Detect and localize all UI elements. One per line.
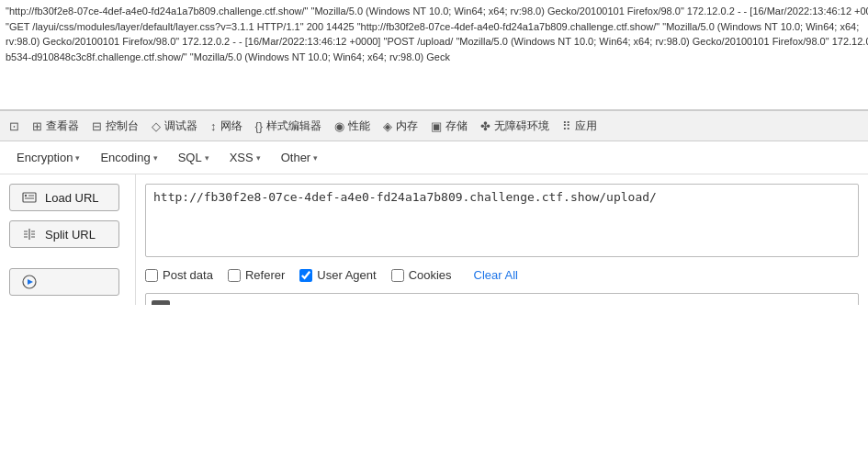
execute-button[interactable] [9, 268, 119, 296]
other-chevron: ▾ [313, 153, 318, 163]
log-line-1: "http://fb30f2e8-07ce-4def-a4e0-fd24a1a7… [6, 4, 862, 19]
devtools-toolbar: ⊡ ⊞ 查看器 ⊟ 控制台 ◇ 调试器 ↕ 网络 {} 样式编辑器 ◉ 性能 ◈… [0, 110, 868, 141]
cookies-checkbox[interactable] [391, 269, 404, 282]
split-url-label: Split URL [45, 228, 96, 242]
console-icon: ⊟ [92, 119, 102, 133]
devtools-viewer[interactable]: ⊞ 查看器 [27, 116, 85, 137]
user-agent-checkbox[interactable] [299, 269, 312, 282]
post-data-checkbox[interactable] [145, 269, 158, 282]
load-url-button[interactable]: Load URL [9, 184, 119, 211]
referer-checkbox-item[interactable]: Referer [228, 268, 285, 282]
encoding-chevron: ▾ [153, 153, 158, 163]
right-panel: http://fb30f2e8-07ce-4def-a4e0-fd24a1a7b… [136, 174, 868, 305]
apps-label: 应用 [575, 118, 597, 134]
accessibility-label: 无障碍环境 [494, 118, 549, 134]
devtools-memory[interactable]: ◈ 内存 [378, 116, 423, 137]
devtools-storage[interactable]: ▣ 存储 [425, 116, 473, 137]
devtools-inspect[interactable]: ⊡ [4, 117, 25, 136]
sql-label: SQL [178, 151, 202, 164]
user-agent-label: User Agent [317, 268, 376, 282]
devtools-apps[interactable]: ⠿ 应用 [557, 116, 603, 137]
encoder-toolbar: Encryption ▾ Encoding ▾ SQL ▾ XSS ▾ Othe… [0, 141, 868, 174]
log-line-2: "GET /layui/css/modules/layer/default/la… [6, 19, 862, 35]
viewer-label: 查看器 [46, 118, 79, 134]
sql-chevron: ▾ [205, 153, 209, 163]
load-url-label: Load URL [45, 191, 99, 205]
devtools-console[interactable]: ⊟ 控制台 [86, 116, 144, 137]
svg-point-1 [25, 195, 27, 197]
other-label: Other [281, 151, 311, 164]
network-label: 网络 [220, 118, 242, 134]
style-editor-label: 样式编辑器 [266, 118, 321, 134]
log-line-4: b534-d910848c3c8f.challenge.ctf.show/" "… [6, 50, 862, 65]
encryption-label: Encryption [17, 151, 73, 164]
encryption-chevron: ▾ [75, 153, 80, 163]
network-icon: ↕ [210, 119, 217, 133]
storage-icon: ▣ [431, 119, 442, 133]
apps-icon: ⠿ [562, 119, 571, 133]
load-url-icon [21, 189, 38, 206]
tab-xss[interactable]: XSS ▾ [220, 147, 270, 168]
post-data-label: Post data [163, 268, 213, 282]
referer-checkbox[interactable] [228, 269, 241, 282]
debugger-icon: ◇ [152, 119, 161, 133]
encode-label-badge: U [152, 300, 170, 305]
cookies-label: Cookies [409, 268, 452, 282]
style-editor-icon: {} [255, 119, 264, 133]
log-line-3: rv:98.0) Gecko/20100101 Firefox/98.0" 17… [6, 34, 862, 50]
encode-row: U [145, 293, 859, 305]
cookies-checkbox-item[interactable]: Cookies [391, 268, 452, 282]
inspect-icon: ⊡ [9, 119, 19, 133]
devtools-debugger[interactable]: ◇ 调试器 [146, 116, 203, 137]
svg-marker-12 [28, 279, 33, 285]
viewer-icon: ⊞ [32, 119, 42, 133]
devtools-accessibility[interactable]: ✤ 无障碍环境 [475, 116, 555, 137]
url-input[interactable]: http://fb30f2e8-07ce-4def-a4e0-fd24a1a7b… [145, 184, 859, 257]
log-area: "http://fb30f2e8-07ce-4def-a4e0-fd24a1a7… [0, 0, 868, 110]
split-url-icon [21, 226, 38, 242]
referer-label: Referer [245, 268, 285, 282]
post-data-checkbox-item[interactable]: Post data [145, 268, 213, 282]
encoding-label: Encoding [100, 151, 150, 164]
xss-label: XSS [230, 151, 254, 164]
debugger-label: 调试器 [164, 118, 197, 134]
clear-all-button[interactable]: Clear All [474, 268, 518, 282]
xss-chevron: ▾ [256, 153, 261, 163]
tab-other[interactable]: Other ▾ [272, 147, 328, 168]
accessibility-icon: ✤ [480, 119, 490, 133]
execute-icon [21, 274, 38, 290]
split-url-button[interactable]: Split URL [9, 220, 119, 248]
memory-icon: ◈ [383, 119, 392, 133]
devtools-performance[interactable]: ◉ 性能 [329, 116, 376, 137]
storage-label: 存储 [445, 118, 468, 134]
memory-label: 内存 [396, 118, 418, 134]
performance-label: 性能 [348, 118, 370, 134]
user-agent-checkbox-item[interactable]: User Agent [299, 268, 376, 282]
tab-encoding[interactable]: Encoding ▾ [91, 147, 166, 168]
checkboxes-row: Post data Referer User Agent Cookies Cle… [145, 264, 859, 286]
devtools-network[interactable]: ↕ 网络 [205, 116, 248, 137]
tab-sql[interactable]: SQL ▾ [169, 147, 219, 168]
console-label: 控制台 [106, 118, 139, 134]
svg-rect-0 [23, 193, 36, 202]
devtools-style-editor[interactable]: {} 样式编辑器 [250, 116, 328, 137]
tab-encryption[interactable]: Encryption ▾ [7, 147, 89, 168]
performance-icon: ◉ [334, 119, 344, 133]
main-content: Load URL Split URL http://fb30f2e8-07ce-… [0, 174, 868, 305]
encode-input[interactable] [175, 303, 852, 306]
